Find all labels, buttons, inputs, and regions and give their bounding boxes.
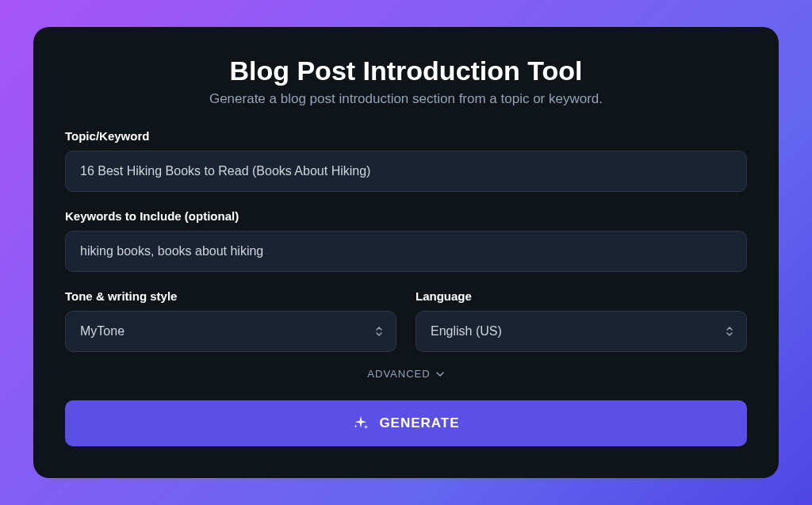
advanced-label: ADVANCED — [367, 368, 430, 380]
sparkles-icon — [352, 415, 370, 432]
tone-language-row: Tone & writing style MyTone Language Eng… — [65, 289, 747, 352]
keywords-input[interactable] — [65, 231, 747, 272]
language-group: Language English (US) — [416, 289, 747, 352]
language-select[interactable]: English (US) — [416, 311, 747, 352]
generate-label: GENERATE — [379, 415, 459, 431]
topic-label: Topic/Keyword — [65, 129, 747, 143]
keywords-label: Keywords to Include (optional) — [65, 209, 747, 223]
generate-button[interactable]: GENERATE — [65, 400, 747, 446]
chevron-down-icon — [435, 371, 445, 377]
page-title: Blog Post Introduction Tool — [65, 55, 747, 86]
advanced-toggle[interactable]: ADVANCED — [65, 363, 747, 380]
language-select-wrap: English (US) — [416, 311, 747, 352]
keywords-group: Keywords to Include (optional) — [65, 209, 747, 272]
tone-group: Tone & writing style MyTone — [65, 289, 396, 352]
topic-group: Topic/Keyword — [65, 129, 747, 192]
tone-select[interactable]: MyTone — [65, 311, 396, 352]
page-subtitle: Generate a blog post introduction sectio… — [65, 91, 747, 107]
tool-card: Blog Post Introduction Tool Generate a b… — [33, 27, 779, 478]
tone-select-wrap: MyTone — [65, 311, 396, 352]
language-label: Language — [416, 289, 747, 303]
tone-label: Tone & writing style — [65, 289, 396, 303]
topic-input[interactable] — [65, 151, 747, 192]
